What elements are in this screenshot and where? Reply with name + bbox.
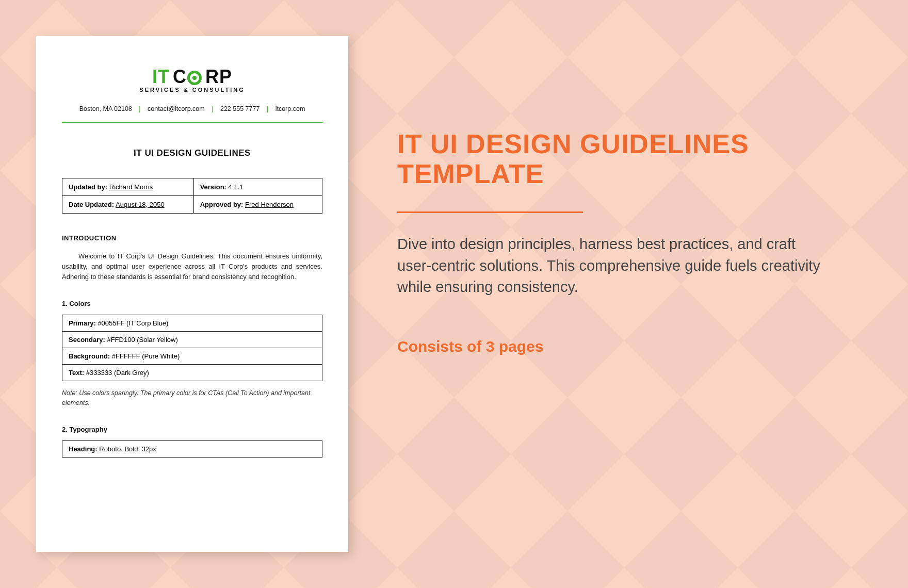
meta-version: Version: 4.1.1 [193, 178, 322, 196]
separator-icon: | [267, 105, 268, 112]
table-row: Heading: Roboto, Bold, 32px [62, 440, 322, 457]
table-row: Date Updated: August 18, 2050 Approved b… [62, 196, 322, 214]
section-head-colors: 1. Colors [62, 300, 322, 307]
table-row: Primary: #0055FF (IT Corp Blue) [62, 315, 322, 332]
logo-subtitle: SERVICES & CONSULTING [62, 87, 322, 93]
meta-updated-by: Updated by: Richard Morris [62, 178, 194, 196]
meta-approved-by: Approved by: Fred Henderson [193, 196, 322, 214]
contact-address: Boston, MA 02108 [79, 105, 132, 112]
meta-table: Updated by: Richard Morris Version: 4.1.… [62, 178, 322, 214]
table-row: Updated by: Richard Morris Version: 4.1.… [62, 178, 322, 196]
table-row: Secondary: #FFD100 (Solar Yellow) [62, 332, 322, 348]
typography-table: Heading: Roboto, Bold, 32px [62, 440, 322, 458]
document-preview: IT C RP SERVICES & CONSULTING Boston, MA… [36, 36, 348, 552]
section-head-typography: 2. Typography [62, 426, 322, 433]
logo-corp-c: C [173, 66, 187, 88]
logo-corp-rp: RP [205, 66, 232, 88]
logo: IT C RP SERVICES & CONSULTING [62, 66, 322, 93]
colors-note: Note: Use colors sparingly. The primary … [62, 388, 322, 408]
promo-title: IT UI DESIGN GUIDELINES TEMPLATE [397, 129, 846, 189]
logo-main: IT C RP [152, 66, 232, 88]
promo-divider [397, 211, 583, 213]
contact-line: Boston, MA 02108 | contact@itcorp.com | … [62, 105, 322, 112]
logo-o-icon [187, 71, 202, 85]
document-title: IT UI DESIGN GUIDELINES [62, 148, 322, 158]
promo-description: Dive into design principles, harness bes… [397, 234, 825, 298]
contact-site: itcorp.com [275, 105, 305, 112]
contact-phone: 222 555 7777 [220, 105, 260, 112]
meta-date-updated: Date Updated: August 18, 2050 [62, 196, 194, 214]
table-row: Background: #FFFFFF (Pure White) [62, 348, 322, 365]
separator-icon: | [139, 105, 140, 112]
promo-panel: IT UI DESIGN GUIDELINES TEMPLATE Dive in… [397, 129, 846, 355]
contact-email: contact@itcorp.com [148, 105, 205, 112]
promo-page-count: Consists of 3 pages [397, 338, 846, 355]
section-head-intro: INTRODUCTION [62, 234, 322, 242]
logo-it-text: IT [152, 66, 170, 88]
intro-paragraph: Welcome to IT Corp's UI Design Guideline… [62, 251, 322, 282]
divider-rule [62, 122, 322, 123]
separator-icon: | [212, 105, 213, 112]
colors-table: Primary: #0055FF (IT Corp Blue) Secondar… [62, 315, 322, 381]
table-row: Text: #333333 (Dark Grey) [62, 365, 322, 381]
